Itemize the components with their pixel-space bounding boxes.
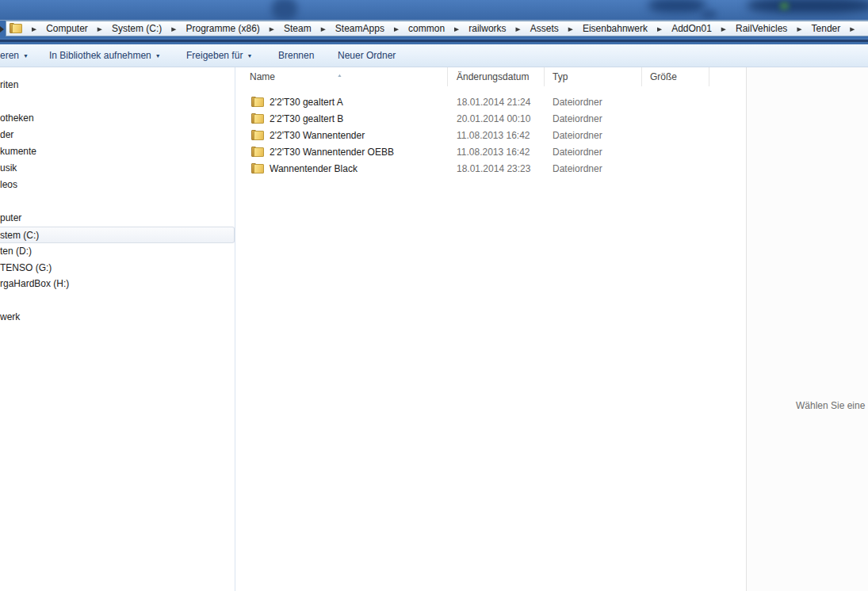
toolbar-item-label: Brennen xyxy=(278,50,314,61)
current-folder-icon xyxy=(10,23,22,34)
breadcrumb-item-common[interactable]: common xyxy=(408,23,445,34)
column-header-size[interactable]: Größe xyxy=(642,67,709,86)
breadcrumb-separator-icon[interactable]: ▶ xyxy=(321,25,326,32)
breadcrumb-separator-icon[interactable]: ▶ xyxy=(850,25,855,32)
breadcrumb-separator-icon[interactable]: ▶ xyxy=(516,25,521,32)
breadcrumb-separator-icon[interactable]: ▶ xyxy=(270,25,274,32)
file-name: 2'2'T30 gealtert A xyxy=(270,97,343,108)
breadcrumb-separator-icon[interactable]: ▶ xyxy=(454,25,459,32)
folder-icon xyxy=(251,113,264,124)
file-date: 20.01.2014 00:10 xyxy=(448,113,545,124)
breadcrumb-item-eisenbahnwerk[interactable]: Eisenbahnwerk xyxy=(583,23,648,34)
toolbar-item-organisieren[interactable]: eren▼ xyxy=(0,44,29,67)
file-type: Dateiordner xyxy=(545,113,642,124)
breadcrumb-separator-icon[interactable]: ▶ xyxy=(394,25,399,32)
aero-glass-reflection xyxy=(780,2,789,10)
file-row[interactable]: 2'2'T30 gealtert A 18.01.2014 21:24 Date… xyxy=(235,93,746,110)
column-header-date[interactable]: Änderungsdatum xyxy=(448,67,545,86)
file-row[interactable]: Wannentender Black 18.01.2014 23:23 Date… xyxy=(235,160,746,177)
window-titlebar[interactable] xyxy=(0,0,868,21)
breadcrumb-item-railvehicles[interactable]: RailVehicles xyxy=(736,23,787,34)
sidebar-item-videos[interactable]: leos xyxy=(0,177,230,193)
navigation-pane: riten otheken der kumente usik leos pute… xyxy=(0,67,235,591)
toolbar-item-label: Freigeben für xyxy=(186,50,243,61)
file-row[interactable]: 2'2'T30 gealtert B 20.01.2014 00:10 Date… xyxy=(235,110,746,127)
sidebar-item-musik[interactable]: usik xyxy=(0,160,230,177)
breadcrumb-item-programme-x86[interactable]: Programme (x86) xyxy=(186,23,260,34)
sort-ascending-icon: ▲ xyxy=(337,67,342,82)
breadcrumb-item-railworks[interactable]: railworks xyxy=(468,23,506,34)
file-type: Dateiordner xyxy=(545,163,642,174)
file-list: 2'2'T30 gealtert A 18.01.2014 21:24 Date… xyxy=(235,93,746,177)
sidebar-item-dokumente[interactable]: kumente xyxy=(0,143,230,160)
breadcrumb-item-assets[interactable]: Assets xyxy=(530,23,559,34)
breadcrumb-item-addon01[interactable]: AddOn01 xyxy=(671,23,712,34)
aero-glass-reflection xyxy=(648,0,705,13)
preview-message: Wählen Sie eine D xyxy=(796,400,868,411)
breadcrumb-separator-icon[interactable]: ▶ xyxy=(797,25,801,32)
sidebar-item-intenso-g[interactable]: TENSO (G:) xyxy=(0,260,230,276)
breadcrumb-separator-icon[interactable]: ▶ xyxy=(98,25,102,32)
breadcrumb-separator-icon[interactable]: ▶ xyxy=(32,25,36,32)
command-toolbar: eren▼ In Bibliothek aufnehmen▼ Freigeben… xyxy=(0,44,868,67)
toolbar-item-neuer-ordner[interactable]: Neuer Ordner xyxy=(338,44,396,67)
file-date: 11.08.2013 16:42 xyxy=(448,147,545,158)
dropdown-arrow-icon: ▼ xyxy=(155,53,161,59)
file-row[interactable]: 2'2'T30 Wannentender OEBB 11.08.2013 16:… xyxy=(235,143,746,160)
toolbar-item-label: Neuer Ordner xyxy=(338,50,396,61)
folder-icon xyxy=(251,130,264,140)
toolbar-item-label: eren xyxy=(0,50,19,61)
sidebar-item-daten-d[interactable]: ten (D:) xyxy=(0,243,230,260)
breadcrumb-separator-icon[interactable]: ▶ xyxy=(721,25,726,32)
breadcrumb-item-system-c[interactable]: System (C:) xyxy=(112,23,162,34)
folder-icon xyxy=(251,97,264,107)
breadcrumb-item-tender[interactable]: Tender xyxy=(812,23,841,34)
breadcrumb-item-steam[interactable]: Steam xyxy=(284,23,312,34)
aero-glass-reflection xyxy=(748,0,868,13)
file-name: Wannentender Black xyxy=(270,163,358,174)
preview-pane: Wählen Sie eine D xyxy=(746,67,868,591)
aero-glass-reflection xyxy=(272,0,297,21)
file-name: 2'2'T30 Wannentender xyxy=(270,130,365,141)
address-bar-shadow-strip xyxy=(0,38,868,44)
breadcrumb-item-steamapps[interactable]: SteamApps xyxy=(335,23,384,34)
sidebar-item-system-c[interactable]: stem (C:) xyxy=(0,227,235,243)
file-date: 18.01.2014 21:24 xyxy=(448,97,545,108)
address-breadcrumb-bar[interactable]: ▶ Computer ▶ System (C:) ▶ Programme (x8… xyxy=(6,21,868,36)
file-date: 18.01.2014 23:23 xyxy=(448,163,545,174)
sidebar-item-netzwerk[interactable]: werk xyxy=(0,309,230,326)
sidebar-item-bilder[interactable]: der xyxy=(0,127,230,143)
aero-glass-reflection xyxy=(701,10,717,19)
sidebar-item-computer[interactable]: puter xyxy=(0,210,230,227)
address-bar-row: ▶ Computer ▶ System (C:) ▶ Programme (x8… xyxy=(0,21,868,38)
sidebar-item-bibliotheken[interactable]: otheken xyxy=(0,110,230,127)
column-header-type[interactable]: Typ xyxy=(545,67,642,86)
sidebar-item-orgahardbox-h[interactable]: rgaHardBox (H:) xyxy=(0,276,230,292)
file-row[interactable]: 2'2'T30 Wannentender 11.08.2013 16:42 Da… xyxy=(235,127,746,143)
dropdown-arrow-icon: ▼ xyxy=(247,53,252,59)
column-header-row: ▲ Name Änderungsdatum Typ Größe xyxy=(235,67,746,86)
folder-icon xyxy=(251,147,264,157)
dropdown-arrow-icon: ▼ xyxy=(23,53,29,59)
file-list-pane: ▲ Name Änderungsdatum Typ Größe 2'2'T30 … xyxy=(235,67,746,591)
breadcrumb-separator-icon[interactable]: ▶ xyxy=(171,25,176,32)
breadcrumb-item-computer[interactable]: Computer xyxy=(46,23,88,34)
toolbar-item-freigeben-fuer[interactable]: Freigeben für▼ xyxy=(186,44,252,67)
file-date: 11.08.2013 16:42 xyxy=(448,130,545,141)
column-header-spacer xyxy=(709,67,746,86)
sidebar-item-favoriten[interactable]: riten xyxy=(0,77,230,93)
back-button-fragment-icon[interactable] xyxy=(0,26,4,32)
toolbar-item-in-bibliothek-aufnehmen[interactable]: In Bibliothek aufnehmen▼ xyxy=(49,44,161,67)
file-type: Dateiordner xyxy=(545,97,642,108)
folder-icon xyxy=(251,163,264,173)
toolbar-item-label: In Bibliothek aufnehmen xyxy=(49,50,151,61)
file-name: 2'2'T30 gealtert B xyxy=(270,113,343,124)
toolbar-item-brennen[interactable]: Brennen xyxy=(278,44,314,67)
breadcrumb-separator-icon[interactable]: ▶ xyxy=(657,25,662,32)
file-name: 2'2'T30 Wannentender OEBB xyxy=(270,147,394,158)
file-type: Dateiordner xyxy=(545,147,642,158)
breadcrumb-separator-icon[interactable]: ▶ xyxy=(568,25,573,32)
file-type: Dateiordner xyxy=(545,130,642,141)
